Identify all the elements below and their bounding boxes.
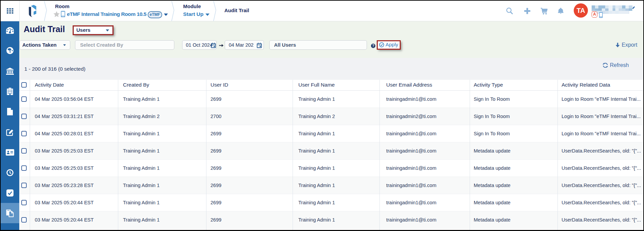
svg-text:H: H <box>9 88 10 89</box>
